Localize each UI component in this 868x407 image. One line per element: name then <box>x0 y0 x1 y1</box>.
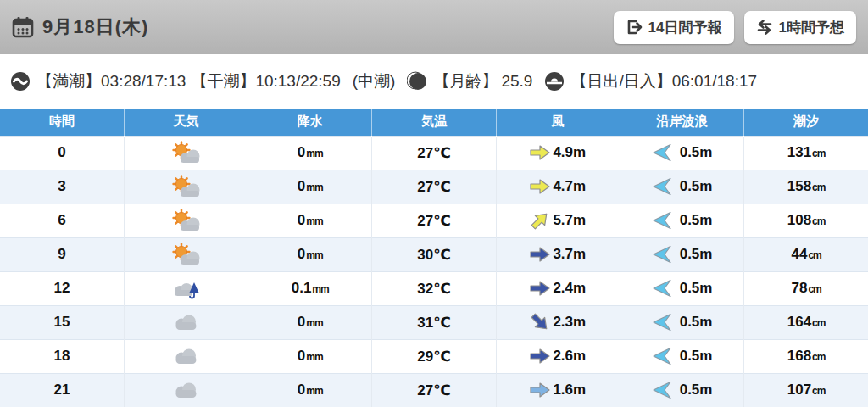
precip-value: 0 <box>298 212 305 228</box>
tide-unit: cm <box>812 317 825 329</box>
wave-arrow-icon <box>652 244 672 265</box>
coastal-wave-cell: 0.5m <box>620 271 743 305</box>
precip-value: 0 <box>298 348 305 364</box>
precip-value: 0 <box>298 178 305 194</box>
coastal-wave-cell: 0.5m <box>620 237 743 271</box>
table-row: 12 0.1mm 32℃ <box>0 271 868 305</box>
cloudy-icon <box>125 378 248 402</box>
tide-wave-icon <box>10 71 31 92</box>
wave-arrow-icon <box>652 210 672 231</box>
wind-value: 2.4m <box>553 280 586 297</box>
wind-arrow-icon <box>526 206 554 235</box>
tide-cell: 164cm <box>744 305 868 339</box>
wind-cell: 1.6m <box>496 373 620 407</box>
time-cell: 15 <box>0 305 124 339</box>
wave-value: 0.5m <box>680 246 713 263</box>
wind-value: 3.7m <box>553 246 586 263</box>
precip-unit: mm <box>306 215 322 227</box>
partly-cloudy-icon <box>125 175 248 198</box>
forecast-14day-label: 14日間予報 <box>648 18 722 37</box>
forecast-1hour-button[interactable]: 1時間予想 <box>744 11 856 44</box>
wind-arrow-icon <box>530 346 550 366</box>
sunrise-icon <box>544 71 565 92</box>
tide-times: 【満潮】 03:28/17:13 【干潮】 10:13/22:59 <box>10 70 341 92</box>
header-time: 時間 <box>0 109 124 136</box>
temperature-cell: 27℃ <box>372 204 496 237</box>
wind-cell: 2.4m <box>496 271 620 305</box>
coastal-wave-cell: 0.5m <box>620 204 743 237</box>
time-value: 18 <box>53 348 70 364</box>
wave-arrow-icon <box>652 278 672 298</box>
moon-icon <box>407 71 427 92</box>
header-precipitation: 降水 <box>248 109 372 136</box>
weather-cell <box>124 373 248 407</box>
wind-value: 2.3m <box>553 314 586 331</box>
forecast-table-body: 0 <box>0 136 868 407</box>
time-value: 3 <box>58 178 65 194</box>
precip-unit: mm <box>312 283 328 295</box>
coastal-wave-cell: 0.5m <box>620 339 743 373</box>
precipitation-cell: 0mm <box>248 305 372 339</box>
wave-value: 0.5m <box>680 178 713 195</box>
tide-unit: cm <box>808 283 821 295</box>
tide-value: 168 <box>787 348 811 364</box>
coastal-wave-cell: 0.5m <box>620 305 743 339</box>
wind-cell: 2.3m <box>496 305 620 339</box>
precipitation-cell: 0mm <box>248 373 372 407</box>
temp-value: 31℃ <box>417 315 451 331</box>
table-row: 3 <box>0 170 868 204</box>
tide-value: 44 <box>791 246 807 262</box>
forecast-14day-button[interactable]: 14日間予報 <box>614 11 734 44</box>
time-value: 21 <box>53 382 70 398</box>
weather-cell <box>124 339 248 373</box>
temperature-cell: 31℃ <box>372 305 496 339</box>
precip-value: 0 <box>298 382 305 398</box>
coastal-wave-cell: 0.5m <box>620 136 743 170</box>
temperature-cell: 29℃ <box>372 339 496 373</box>
tide-phase: (中潮) <box>353 70 396 92</box>
weather-cell <box>124 237 248 271</box>
precip-unit: mm <box>306 385 322 397</box>
precipitation-cell: 0mm <box>248 136 372 170</box>
wind-value: 1.6m <box>553 382 586 399</box>
precip-value: 0 <box>298 246 305 262</box>
precip-value: 0 <box>298 144 305 160</box>
wind-arrow-icon <box>530 380 550 400</box>
time-cell: 9 <box>0 237 124 271</box>
partly-cloudy-icon <box>125 141 248 164</box>
temperature-cell: 27℃ <box>372 373 496 407</box>
tide-value: 158 <box>787 178 811 194</box>
forecast-table: 時間 天気 降水 気温 風 沿岸波浪 潮汐 0 <box>0 109 868 407</box>
tide-cell: 158cm <box>744 170 868 204</box>
time-cell: 12 <box>0 271 124 305</box>
tide-value: 78 <box>791 280 807 296</box>
temperature-cell: 32℃ <box>372 271 496 305</box>
tide-info-bar: 【満潮】 03:28/17:13 【干潮】 10:13/22:59 (中潮) 【… <box>0 54 868 109</box>
table-row: 21 0mm 27℃ <box>0 373 868 407</box>
rain-cloud-icon <box>125 276 248 300</box>
tide-value: 131 <box>787 144 811 160</box>
low-tide-value: 10:13/22:59 <box>255 72 340 91</box>
export-icon <box>626 19 643 36</box>
forecast-table-header: 時間 天気 降水 気温 風 沿岸波浪 潮汐 <box>0 109 868 136</box>
wind-cell: 5.7m <box>496 204 620 237</box>
sunrise-sunset: 【日出/日入】 06:01/18:17 <box>544 70 757 92</box>
wind-value: 4.9m <box>553 144 586 161</box>
wind-value: 2.6m <box>553 348 586 365</box>
temp-value: 29℃ <box>417 348 451 365</box>
topbar-actions: 14日間予報 1時間予想 <box>614 11 856 44</box>
tide-unit: cm <box>808 249 821 261</box>
table-row: 9 <box>0 237 868 271</box>
wind-cell: 4.7m <box>496 170 620 204</box>
time-cell: 6 <box>0 204 124 237</box>
wave-arrow-icon <box>652 346 672 366</box>
page-title-date: 9月18日(木) <box>42 14 148 40</box>
precipitation-cell: 0.1mm <box>248 271 372 305</box>
tide-unit: cm <box>812 351 825 363</box>
temp-value: 30℃ <box>417 247 451 263</box>
weather-forecast-app: 9月18日(木) 14日間予報 1時間予想 <box>0 0 868 407</box>
tide-cell: 44cm <box>744 237 868 271</box>
wind-arrow-icon <box>530 278 550 298</box>
high-tide-value: 03:28/17:13 <box>101 72 186 91</box>
wave-arrow-icon <box>652 176 672 197</box>
